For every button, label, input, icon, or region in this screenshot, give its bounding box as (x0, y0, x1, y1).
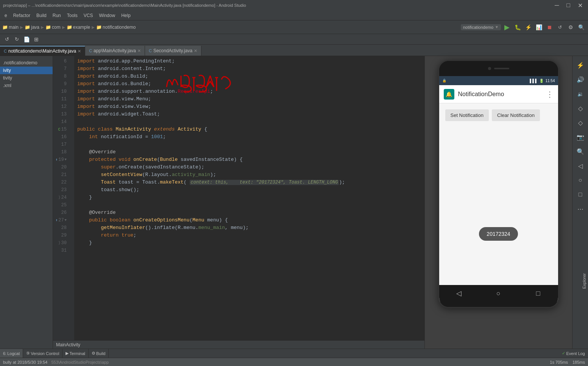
debug-button[interactable]: 🐛 (513, 23, 522, 32)
tab-label2: app\MainActivity.java (94, 48, 136, 53)
edge-volume-down-button[interactable]: 🔉 (574, 88, 586, 100)
breadcrumb-main[interactable]: 📁 main (2, 25, 19, 30)
lock-icon: 🔒 (442, 79, 446, 83)
status-time1: 1s 705ms (550, 360, 568, 364)
recents-nav-button[interactable]: □ (532, 288, 544, 299)
maximize-btn[interactable]: □ (564, 2, 572, 9)
profile-button[interactable]: 📊 (534, 23, 543, 32)
tree-item-notificationdemo[interactable]: .notificationdemo (0, 59, 53, 67)
edge-more-button[interactable]: ⋯ (574, 203, 586, 215)
code-line-13: import android.widget.Toast; (77, 111, 421, 118)
attach-debugger-button[interactable]: ⚡ (524, 23, 533, 32)
breadcrumb-example[interactable]: 📁 example (67, 25, 90, 30)
edge-square-button[interactable]: □ (574, 188, 586, 201)
stop-button[interactable]: ⏹ (545, 23, 554, 32)
window-controls[interactable]: ─ □ ✕ (552, 2, 585, 9)
status-time2: 185ms (572, 360, 585, 364)
gutter: 6 7 8 9 10 11 12 (53, 56, 74, 349)
breadcrumb-java[interactable]: 📁 java (25, 25, 39, 30)
fold-icon2[interactable]: ▼ (65, 218, 67, 222)
code-line-31 (77, 247, 421, 254)
code-line-27: public boolean onCreateOptionsMenu(Menu … (77, 216, 421, 224)
code-line-8: import android.os.Build; (77, 73, 421, 80)
time-display: 11:54 (545, 79, 555, 83)
settings-button[interactable]: ⚙ (566, 23, 575, 32)
tab-close-btn2[interactable]: ✕ (137, 48, 141, 53)
home-nav-button[interactable]: ○ (493, 288, 504, 299)
bottom-tab-build[interactable]: ⚙ Build (89, 349, 109, 358)
tab-app-mainactivity[interactable]: C app\MainActivity.java ✕ (85, 46, 145, 56)
edge-volume-up-button[interactable]: 🔊 (574, 73, 586, 86)
bottom-tab-version-control[interactable]: ⑨ Version Control (23, 349, 62, 358)
tab-mainactivity[interactable]: C notificationdemo\MainActivity.java ✕ (0, 46, 85, 56)
tab-close-btn[interactable]: ✕ (78, 49, 81, 54)
menu-item-vcs[interactable]: VCS (81, 12, 96, 19)
edge-diamond-button[interactable]: ◇ (574, 117, 586, 129)
breadcrumb-notificationdemo[interactable]: 📁 notificationdemo (96, 25, 136, 30)
bottom-tabs: 6: Logcat ⑨ Version Control ▶ Terminal ⚙… (0, 349, 588, 358)
tab-label3: SecondActivity.java (153, 48, 192, 53)
fold-icon[interactable]: ▼ (65, 158, 67, 162)
app-menu-icon[interactable]: ⋮ (546, 90, 554, 99)
run-button[interactable]: ▶ (502, 23, 512, 32)
menu-item-file[interactable]: e (2, 12, 10, 19)
file-breadcrumb-bar: MainActivity (53, 340, 424, 349)
code-line-24: } (77, 194, 421, 201)
bottom-tab-logcat[interactable]: 6: Logcat (0, 349, 23, 358)
bottom-tab-terminal[interactable]: ▶ Terminal (62, 349, 89, 358)
edge-rotate-button[interactable]: ◇ (574, 102, 586, 114)
folder-icon: 📁 (2, 25, 8, 30)
menu-item-build[interactable]: Build (33, 12, 50, 19)
project-tree: .notificationdemo ivity tivity .xml (0, 56, 53, 349)
breadcrumb-com[interactable]: 📁 com (45, 25, 61, 30)
tab-close-btn3[interactable]: ✕ (194, 48, 197, 53)
folder-icon: 📁 (96, 25, 102, 30)
navigate-back-button[interactable]: ↺ (2, 35, 11, 44)
code-line-11: import android.view.Menu; (77, 95, 421, 103)
navigate-fwd-button[interactable]: ↻ (12, 35, 21, 44)
gutter-line-6: 6 (53, 58, 74, 65)
device-bottom (439, 302, 558, 307)
tree-item-xml[interactable]: .xml (0, 82, 53, 89)
edge-power-button[interactable]: ⚡ (574, 59, 586, 71)
code-editor: 6 7 8 9 10 11 12 (53, 56, 424, 349)
menu-item-run[interactable]: Run (50, 12, 64, 19)
code-line-17 (77, 141, 421, 148)
tree-item-activity[interactable]: ivity (0, 67, 53, 74)
edge-circle-button[interactable]: ○ (574, 174, 586, 186)
structure-btn[interactable]: 📄 (22, 35, 31, 44)
menu-item-window[interactable]: Window (96, 12, 118, 19)
bottom-tab-event-log[interactable]: ✓ Event Log (559, 349, 588, 358)
close-btn[interactable]: ✕ (576, 2, 585, 9)
code-content[interactable]: import android.app.PendingIntent; import… (74, 56, 424, 349)
back-nav-button[interactable]: ◁ (453, 288, 465, 299)
app-logo-icon: 🔔 (446, 91, 452, 97)
button-row: Set Notification Clear Notification (445, 109, 552, 121)
breadcrumb: 📁 main ▸ 📁 java ▸ 📁 com ▸ 📁 example ▸ 📁 … (2, 23, 136, 31)
tab-label: notificationdemo\MainActivity.java (8, 48, 76, 54)
sync-button[interactable]: ↺ (555, 23, 565, 32)
code-line-6: import android.app.PendingIntent; (77, 58, 421, 65)
edge-zoom-button[interactable]: 🔍 (574, 145, 586, 157)
run-config-dropdown[interactable]: notificationdemo ▼ (461, 24, 501, 30)
edge-back-button[interactable]: ◁ (574, 160, 586, 172)
menu-item-tools[interactable]: Tools (64, 12, 81, 19)
tree-item-tactivity[interactable]: tivity (0, 74, 53, 82)
folder-icon: 📁 (45, 25, 51, 30)
secondary-toolbar: ↺ ↻ 📄 ⊞ (0, 34, 588, 45)
menu-item-refactor[interactable]: Refactor (10, 12, 33, 19)
code-line-18: @Override (77, 148, 421, 156)
edge-camera-button[interactable]: 📷 (574, 131, 586, 143)
android-screen: 🔒 ▌▌▌ 🔋 11:54 🔔 NotificationDemo ⋮ (439, 76, 558, 302)
clear-notification-button[interactable]: Clear Notification (492, 109, 540, 121)
code-line-10: import android.support.annotation.Requir… (77, 88, 421, 95)
search-button[interactable]: 🔍 (577, 23, 586, 32)
menu-item-help[interactable]: Help (118, 12, 134, 19)
run-config-label: notificationdemo (463, 25, 493, 30)
device-speaker (494, 68, 509, 69)
tab-secondactivity[interactable]: C SecondActivity.java ✕ (145, 46, 201, 56)
expand-btn[interactable]: ⊞ (32, 35, 41, 44)
code-line-29: return true; (77, 232, 421, 239)
set-notification-button[interactable]: Set Notification (445, 109, 489, 121)
minimize-btn[interactable]: ─ (552, 2, 561, 9)
